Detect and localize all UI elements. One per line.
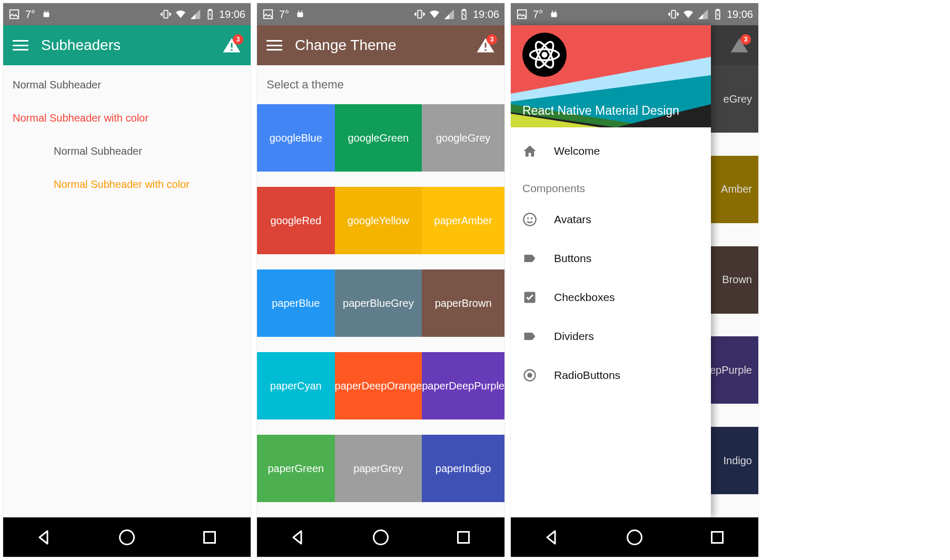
svg-rect-7 (231, 43, 233, 48)
screen-change-theme: 7° 19:06 Change Theme 3 Select a theme g… (257, 3, 504, 557)
menu-icon[interactable] (266, 40, 282, 51)
signal-icon (443, 8, 455, 20)
android-icon (548, 8, 560, 20)
svg-rect-18 (485, 43, 487, 48)
svg-rect-10 (204, 532, 215, 543)
vibrate-icon (668, 8, 679, 20)
drawer-item-buttons[interactable]: Buttons (511, 239, 711, 278)
label-icon (522, 329, 537, 344)
svg-rect-19 (485, 49, 487, 51)
theme-grid: googleBluegoogleGreengoogleGreygoogleRed… (257, 104, 504, 517)
back-button[interactable] (542, 528, 561, 547)
svg-rect-22 (518, 10, 527, 19)
recent-button[interactable] (200, 528, 219, 547)
recent-button[interactable] (708, 528, 727, 547)
subheader-list: Normal SubheaderNormal Subheader with co… (3, 65, 251, 204)
theme-option-paperIndigo[interactable]: paperIndigo (422, 435, 504, 502)
subheader-item: Normal Subheader with color (3, 168, 251, 201)
drawer-item-label: Checkboxes (554, 291, 615, 304)
theme-option-paperGreen[interactable]: paperGreen (257, 435, 335, 502)
theme-option-paperDeepOrange[interactable]: paperDeepOrange (335, 352, 422, 419)
theme-option-googleGreen[interactable]: googleGreen (335, 104, 422, 172)
picture-icon (8, 8, 20, 20)
recent-button[interactable] (454, 528, 473, 547)
home-button[interactable] (625, 528, 644, 547)
nav-bar (3, 517, 251, 557)
select-theme-label: Select a theme (257, 65, 504, 104)
navigation-drawer: React Native Material Design Welcome Com… (511, 25, 711, 517)
subheader-item: Normal Subheader (3, 135, 251, 168)
drawer-item-label: Avatars (554, 213, 591, 226)
theme-option-paperGrey[interactable]: paperGrey (335, 435, 422, 502)
menu-icon[interactable] (13, 40, 28, 51)
android-icon (41, 8, 52, 20)
vibrate-icon (160, 8, 172, 20)
subheader-item: Normal Subheader with color (3, 102, 251, 135)
warning-badge[interactable]: 3 (476, 37, 495, 53)
react-logo (522, 33, 567, 77)
battery-icon (458, 8, 470, 20)
back-button[interactable] (289, 528, 308, 547)
badge-count: 3 (487, 34, 497, 45)
theme-option-googleYellow[interactable]: googleYellow (335, 187, 422, 254)
svg-rect-0 (10, 10, 19, 19)
status-bar: 7° 19:06 (511, 3, 758, 25)
svg-rect-8 (231, 49, 233, 51)
wifi-icon (175, 8, 186, 20)
picture-icon (262, 8, 274, 20)
temperature-label: 7° (533, 8, 543, 21)
drawer-title: React Native Material Design (522, 104, 679, 118)
nav-bar (257, 517, 504, 557)
drawer-item-checkboxes[interactable]: Checkboxes (511, 278, 711, 317)
atom-icon (529, 39, 560, 71)
screen-subheaders: 7° 19:06 Subheaders 3 Normal SubheaderNo… (3, 3, 251, 557)
drawer-item-avatars[interactable]: Avatars (511, 200, 711, 239)
theme-option-paperBrown[interactable]: paperBrown (422, 269, 504, 337)
drawer-item-label: Dividers (554, 330, 594, 343)
clock-label: 19:06 (727, 8, 753, 21)
drawer-item-label: RadioButtons (554, 369, 620, 382)
svg-point-40 (527, 217, 529, 219)
svg-rect-21 (458, 532, 469, 543)
drawer-item-radiobuttons[interactable]: RadioButtons (511, 356, 711, 395)
svg-rect-26 (671, 11, 675, 18)
home-button[interactable] (117, 528, 136, 547)
temperature-label: 7° (25, 8, 35, 21)
theme-option-paperDeepPurple[interactable]: paperDeepPurple (422, 352, 504, 419)
checkbox-icon (522, 290, 537, 305)
svg-rect-11 (264, 10, 273, 19)
label-icon (522, 251, 537, 266)
screen-drawer: 7° 19:06 3 eGreyAmberBrownepPurpleIndigo (511, 3, 758, 557)
drawer-item-welcome[interactable]: Welcome (511, 132, 711, 171)
warning-badge: 3 (730, 37, 749, 53)
warning-badge[interactable]: 3 (222, 37, 241, 53)
wifi-icon (429, 8, 440, 20)
theme-option-paperBlue[interactable]: paperBlue (257, 269, 335, 337)
back-button[interactable] (35, 528, 54, 547)
theme-option-paperAmber[interactable]: paperAmber (422, 187, 504, 254)
android-icon (294, 8, 306, 20)
home-button[interactable] (371, 528, 390, 547)
svg-rect-12 (298, 12, 303, 17)
theme-option-paperBlueGrey[interactable]: paperBlueGrey (335, 269, 422, 337)
svg-point-44 (527, 373, 532, 377)
theme-option-googleRed[interactable]: googleRed (257, 187, 335, 254)
svg-rect-17 (463, 9, 465, 11)
nav-bar (511, 517, 758, 557)
svg-point-41 (531, 217, 533, 219)
drawer-section-label: Components (511, 171, 711, 200)
theme-option-paperCyan[interactable]: paperCyan (257, 352, 335, 419)
theme-option-googleBlue[interactable]: googleBlue (257, 104, 335, 172)
svg-rect-6 (209, 9, 211, 11)
face-icon (522, 212, 537, 227)
svg-rect-28 (717, 9, 719, 11)
battery-icon (204, 8, 216, 20)
drawer-item-dividers[interactable]: Dividers (511, 317, 711, 356)
signal-icon (190, 8, 201, 20)
drawer-item-label: Welcome (554, 145, 600, 157)
clock-label: 19:06 (473, 8, 499, 21)
svg-rect-4 (164, 11, 167, 18)
theme-option-googleGrey[interactable]: googleGrey (422, 104, 504, 172)
svg-rect-15 (418, 11, 421, 18)
svg-point-20 (373, 530, 388, 544)
